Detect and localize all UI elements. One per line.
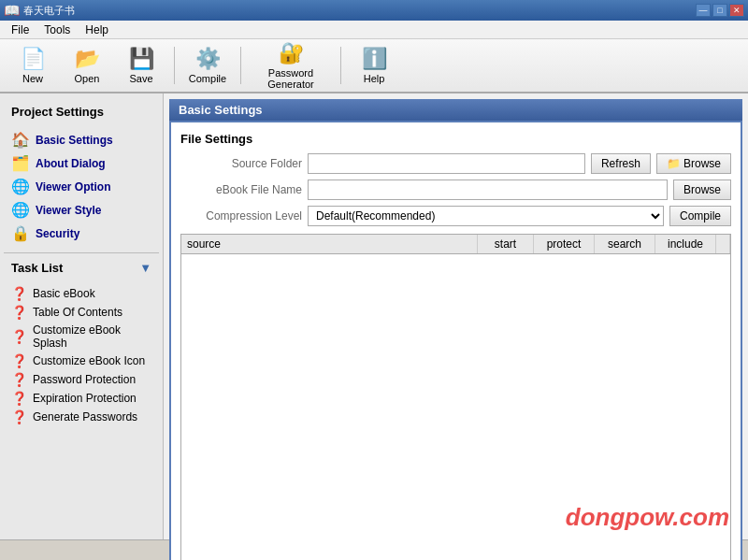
ebook-filename-label: eBook File Name (180, 183, 302, 196)
menu-help[interactable]: Help (78, 22, 116, 38)
right-panel: Basic Settings File Settings Source Fold… (164, 93, 748, 539)
open-button[interactable]: 📂 Open (62, 42, 112, 89)
tasklist-title: Task List ▼ (4, 252, 159, 279)
task-icon-icon: ❓ (11, 353, 27, 368)
col-extra (716, 235, 730, 253)
separator-1 (174, 47, 175, 84)
col-search: search (595, 235, 655, 253)
sidebar-item-viewer-style[interactable]: 🌐 Viewer Style (4, 198, 159, 222)
compression-select[interactable]: Default(Recommended) Low Medium High Max… (308, 206, 664, 226)
main-content: Project Settings 🏠 Basic Settings 🗂️ Abo… (0, 93, 748, 539)
task-expiration[interactable]: ❓ Expiration Protection (4, 389, 159, 408)
task-password-label: Password Protection (33, 373, 136, 386)
compression-row: Compression Level Default(Recommended) L… (180, 206, 731, 226)
panel-body: File Settings Source Folder Refresh 📁 Br… (169, 121, 742, 560)
ebook-filename-input[interactable] (308, 179, 668, 200)
sidebar-security-label: Security (36, 227, 79, 240)
viewer-option-icon: 🌐 (11, 178, 30, 195)
task-expiration-label: Expiration Protection (33, 392, 137, 405)
separator-3 (340, 47, 341, 84)
sidebar-item-basic[interactable]: 🏠 Basic Settings (4, 128, 159, 151)
restore-button[interactable]: □ (712, 4, 727, 17)
task-toc-icon: ❓ (11, 305, 27, 320)
help-icon: ℹ️ (362, 47, 387, 71)
help-label: Help (364, 73, 385, 84)
task-gen-label: Generate Passwords (33, 410, 137, 424)
close-button[interactable]: ✕ (729, 4, 744, 17)
task-icon-label: Customize eBook Icon (33, 354, 145, 367)
app-title: 春天电子书 (23, 4, 75, 18)
save-label: Save (129, 73, 152, 84)
basic-icon: 🏠 (11, 131, 30, 149)
compile-label: Compile (189, 73, 226, 84)
save-icon: 💾 (129, 47, 154, 71)
task-basic-ebook[interactable]: ❓ Basic eBook (4, 284, 159, 303)
password-label: Password Generator (250, 67, 332, 90)
title-bar: 📖 春天电子书 — □ ✕ (0, 0, 748, 21)
source-folder-input[interactable] (308, 153, 585, 174)
source-folder-row: Source Folder Refresh 📁 Browse (180, 153, 731, 174)
sidebar: Project Settings 🏠 Basic Settings 🗂️ Abo… (0, 93, 164, 539)
panel-title: Basic Settings (169, 99, 742, 121)
password-generator-button[interactable]: 🔐 Password Generator (249, 42, 333, 89)
new-button[interactable]: 📄 New (7, 42, 58, 89)
sidebar-item-viewer-option[interactable]: 🌐 Viewer Option (4, 175, 159, 198)
about-icon: 🗂️ (11, 154, 30, 172)
refresh-button[interactable]: Refresh (591, 153, 651, 174)
col-include: include (655, 235, 716, 253)
save-button[interactable]: 💾 Save (116, 42, 166, 89)
col-source: source (181, 235, 478, 253)
task-password-icon: ❓ (11, 372, 27, 387)
menu-bar: File Tools Help (0, 21, 748, 39)
toolbar: 📄 New 📂 Open 💾 Save ⚙️ Compile 🔐 Passwor… (0, 39, 748, 93)
project-settings-section: 🏠 Basic Settings 🗂️ About Dialog 🌐 Viewe… (4, 128, 159, 245)
password-icon: 🔐 (279, 41, 304, 65)
new-label: New (22, 73, 43, 84)
help-button[interactable]: ℹ️ Help (349, 42, 399, 89)
sidebar-about-label: About Dialog (36, 157, 106, 170)
sidebar-viewer-style-label: Viewer Style (36, 204, 102, 217)
new-icon: 📄 (21, 47, 46, 71)
menu-file[interactable]: File (4, 22, 36, 38)
task-password[interactable]: ❓ Password Protection (4, 370, 159, 389)
col-start: start (478, 235, 534, 253)
compression-label: Compression Level (180, 209, 302, 223)
separator-2 (240, 47, 241, 84)
task-toc[interactable]: ❓ Table Of Contents (4, 303, 159, 322)
task-basic-icon: ❓ (11, 286, 27, 301)
task-icon[interactable]: ❓ Customize eBook Icon (4, 352, 159, 370)
security-icon: 🔒 (11, 224, 30, 242)
open-icon: 📂 (75, 47, 100, 71)
file-settings-title: File Settings (180, 132, 731, 146)
browse-source-button[interactable]: 📁 Browse (656, 153, 731, 174)
task-gen-passwords[interactable]: ❓ Generate Passwords (4, 408, 159, 426)
sidebar-item-about[interactable]: 🗂️ About Dialog (4, 151, 159, 175)
minimize-button[interactable]: — (696, 4, 711, 17)
browse-ebook-button[interactable]: Browse (673, 179, 731, 200)
browse-source-icon: 📁 (667, 157, 681, 170)
file-table-header: source start protect search include (181, 235, 730, 254)
compile-button[interactable]: ⚙️ Compile (182, 42, 233, 89)
ebook-filename-row: eBook File Name Browse (180, 179, 731, 200)
project-settings-title: Project Settings (4, 101, 159, 122)
task-basic-label: Basic eBook (33, 287, 95, 300)
task-splash-icon: ❓ (11, 329, 27, 344)
tasklist-section: ❓ Basic eBook ❓ Table Of Contents ❓ Cust… (4, 284, 159, 426)
task-toc-label: Table Of Contents (33, 306, 122, 319)
sidebar-viewer-option-label: Viewer Option (36, 180, 110, 194)
task-gen-icon: ❓ (11, 409, 27, 424)
task-splash[interactable]: ❓ Customize eBook Splash (4, 322, 159, 352)
app-icon: 📖 (4, 3, 20, 18)
sidebar-item-security[interactable]: 🔒 Security (4, 222, 159, 245)
tasklist-arrow-icon: ▼ (139, 261, 151, 275)
col-protect: protect (534, 235, 595, 253)
menu-tools[interactable]: Tools (36, 22, 78, 38)
sidebar-basic-label: Basic Settings (36, 134, 113, 147)
task-splash-label: Customize eBook Splash (33, 323, 151, 350)
open-label: Open (75, 73, 100, 84)
viewer-style-icon: 🌐 (11, 201, 30, 219)
compile-icon: ⚙️ (195, 47, 221, 71)
file-table: source start protect search include (180, 234, 731, 560)
task-expiration-icon: ❓ (11, 391, 27, 406)
compile-panel-button[interactable]: Compile (669, 206, 731, 226)
